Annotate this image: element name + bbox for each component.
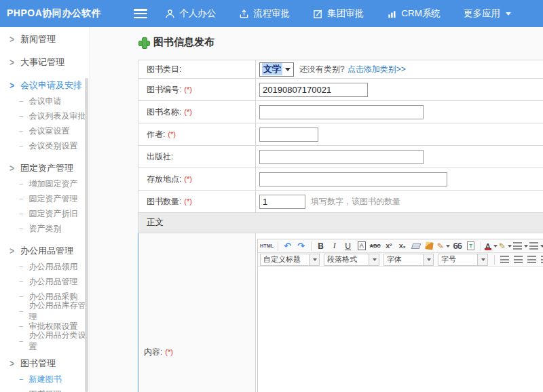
row-book-number: 图书编号: (*) xyxy=(138,79,543,101)
nav-crm[interactable]: CRM系统 xyxy=(387,7,441,20)
sidebar-item-4-1[interactable]: −办公用品管理 xyxy=(0,274,90,289)
quantity-input[interactable] xyxy=(259,195,305,209)
sidebar-item-2-3[interactable]: −会议类别设置 xyxy=(0,138,90,153)
required-mark: (*) xyxy=(184,108,192,116)
editor-toolbar-row-1: HTML ↶ ↷ B I U A ABC X² X₂ ✎ xyxy=(258,239,543,253)
ordered-list-button[interactable] xyxy=(513,240,528,252)
chevron-down-icon xyxy=(524,245,528,248)
sidebar-item-3-2[interactable]: −固定资产折旧 xyxy=(0,206,90,221)
sidebar-group-5[interactable]: >图书管理 xyxy=(0,355,90,372)
sidebar-item-4-5[interactable]: −办公用品分类设置 xyxy=(0,334,90,349)
source-code-button[interactable]: HTML xyxy=(260,240,274,252)
top-nav: 个人办公 流程审批 集团审批 CRM系统 xyxy=(165,7,441,20)
superscript-button[interactable]: X² xyxy=(383,240,395,252)
book-name-input[interactable] xyxy=(259,105,424,119)
sidebar-item-3-3[interactable]: −资产类别 xyxy=(0,221,90,236)
chevron-right-icon: > xyxy=(10,163,14,174)
sidebar-item-label: 会议申请 xyxy=(29,96,61,107)
sidebar-scrollbar[interactable] xyxy=(85,78,88,392)
author-input[interactable] xyxy=(259,128,318,142)
sidebar-item-label: 固定资产折旧 xyxy=(29,208,77,220)
nav-group-approval[interactable]: 集团审批 xyxy=(313,7,364,20)
add-category-link[interactable]: 点击添加类别>> xyxy=(348,64,406,75)
menu-icon[interactable] xyxy=(134,9,147,18)
eraser-button[interactable] xyxy=(410,240,422,252)
required-mark: (*) xyxy=(184,85,192,94)
category-select[interactable]: 文学 xyxy=(259,62,294,77)
clipboard-icon: T xyxy=(467,241,474,250)
font-color-button[interactable]: A xyxy=(485,240,498,252)
publisher-input[interactable] xyxy=(259,150,424,164)
field-label: 内容: xyxy=(144,347,162,358)
add-plus-icon xyxy=(138,37,149,47)
dash-icon: − xyxy=(19,375,23,383)
dash-icon: − xyxy=(19,97,23,105)
sidebar-item-3-0[interactable]: −增加固定资产 xyxy=(0,176,90,191)
chevron-down-icon xyxy=(540,245,543,248)
dash-icon: − xyxy=(19,195,23,203)
italic-button[interactable]: I xyxy=(329,240,341,252)
dash-icon: − xyxy=(19,292,23,300)
sidebar-group-0[interactable]: >新闻管理 xyxy=(0,31,90,47)
chevron-down-icon xyxy=(373,258,377,261)
align-center-button[interactable] xyxy=(512,254,524,265)
nav-label: 流程审批 xyxy=(253,7,290,20)
book-number-input[interactable] xyxy=(259,83,368,97)
row-publisher: 出版社: xyxy=(138,146,543,168)
font-size-combo[interactable]: 字号 xyxy=(438,254,488,266)
sidebar-item-5-1[interactable]: −图书管理 xyxy=(0,387,90,392)
sidebar-group-2[interactable]: >会议申请及安排 xyxy=(0,77,90,94)
chevron-down-icon xyxy=(481,258,485,261)
sidebar-item-2-1[interactable]: −会议列表及审批 xyxy=(0,109,90,123)
paragraph-format-combo[interactable]: 段落格式 xyxy=(324,254,379,266)
redo-button[interactable]: ↷ xyxy=(295,240,307,252)
sidebar-group-label: 固定资产管理 xyxy=(20,162,73,174)
bold-button[interactable]: B xyxy=(315,240,327,252)
nav-personal-office[interactable]: 个人办公 xyxy=(165,7,216,20)
font-border-button[interactable]: A xyxy=(356,240,368,252)
sidebar-item-5-0[interactable]: −新建图书 xyxy=(0,372,90,387)
sidebar-item-3-1[interactable]: −固定资产管理 xyxy=(0,191,90,206)
custom-title-combo[interactable]: 自定义标题 xyxy=(260,254,320,266)
field-label: 出版社: xyxy=(147,151,173,163)
rich-text-editor: HTML ↶ ↷ B I U A ABC X² X₂ ✎ xyxy=(256,233,543,392)
align-right-button[interactable] xyxy=(525,254,538,265)
unordered-list-icon xyxy=(529,242,538,250)
sidebar-item-2-0[interactable]: −会议申请 xyxy=(0,94,90,109)
format-brush-button[interactable]: ✎ xyxy=(437,240,450,252)
sidebar-group-1[interactable]: >大事记管理 xyxy=(0,54,90,71)
editor-content-area[interactable] xyxy=(258,267,543,392)
sidebar-item-label: 新建图书 xyxy=(29,374,61,385)
highlight-color-button[interactable]: ✎ xyxy=(499,240,512,252)
chevron-down-icon xyxy=(427,258,431,261)
undo-button[interactable]: ↶ xyxy=(282,240,294,252)
strikethrough-button[interactable]: ABC xyxy=(369,240,381,252)
sidebar-item-4-0[interactable]: −办公用品领用 xyxy=(0,259,90,274)
category-note: 还没有类别? xyxy=(299,64,345,75)
format-clear-button[interactable] xyxy=(424,240,436,252)
sidebar-item-2-2[interactable]: −会议室设置 xyxy=(0,123,90,138)
group-approval-icon xyxy=(313,9,323,19)
field-label: 图书名称: xyxy=(147,106,181,118)
book-form: 图书类目: 文学 还没有类别? 点击添加类别>> 图书编号: (*) xyxy=(138,60,543,392)
font-family-combo[interactable]: 字体 xyxy=(383,254,434,266)
dash-icon: − xyxy=(19,262,23,271)
sidebar-group-label: 会议申请及安排 xyxy=(20,79,82,92)
unordered-list-button[interactable] xyxy=(529,240,543,252)
sidebar-item-4-3[interactable]: −办公用品库存管理 xyxy=(0,304,90,319)
dash-icon: − xyxy=(19,307,23,315)
nav-more-apps[interactable]: 更多应用 xyxy=(464,7,511,20)
align-justify-button[interactable] xyxy=(539,254,543,265)
blockquote-button[interactable]: 66 xyxy=(451,240,464,252)
nav-process-approval[interactable]: 流程审批 xyxy=(239,7,290,20)
sidebar-group-3[interactable]: >固定资产管理 xyxy=(0,160,90,176)
sidebar-item-label: 办公用品分类设置 xyxy=(29,330,90,353)
location-input[interactable] xyxy=(259,172,447,187)
sidebar-group-4[interactable]: >办公用品管理 xyxy=(0,243,90,259)
sidebar-group-label: 办公用品管理 xyxy=(20,245,73,257)
paste-button[interactable]: T xyxy=(465,240,477,252)
category-selected-value: 文学 xyxy=(262,63,282,75)
subscript-button[interactable]: X₂ xyxy=(396,240,409,252)
underline-button[interactable]: U xyxy=(342,240,354,252)
align-left-button[interactable] xyxy=(498,254,510,265)
